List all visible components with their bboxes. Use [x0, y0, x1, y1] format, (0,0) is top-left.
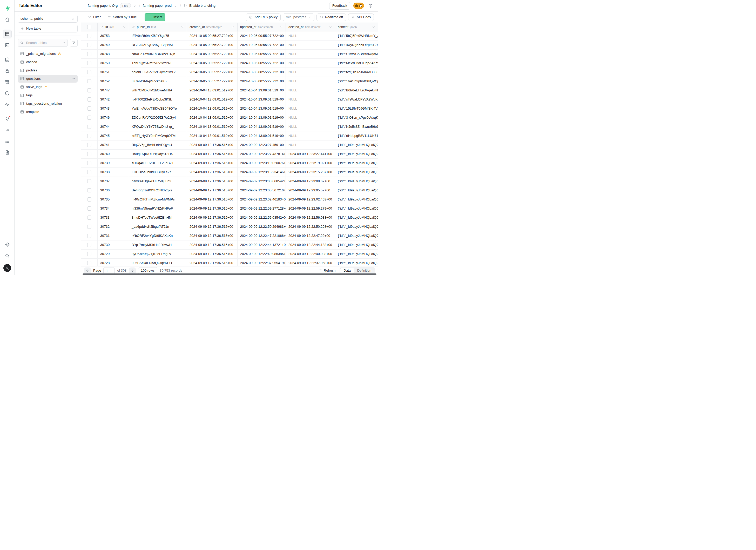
help-button[interactable] — [367, 2, 374, 9]
cell-updated_at[interactable]: 2024-09-09 12:22:40.986386+00 — [238, 250, 286, 258]
cell-public_id[interactable]: RiqOV6p_5wihLeIAEQyhU — [129, 140, 187, 149]
cell-content[interactable]: {"id":"MeWCriorTPopA4Kc9 — [335, 59, 378, 68]
sort-button[interactable]: Sorted by 1 rule — [105, 13, 139, 21]
cell-deleted_at[interactable]: 2024-09-09 12:22:59.279+00 — [286, 204, 335, 213]
cell-id[interactable]: 30749 — [98, 41, 129, 49]
column-header-created_at[interactable]: created_attimestamptz — [187, 23, 238, 31]
rail-item-sql-editor[interactable] — [3, 41, 12, 50]
cell-public_id[interactable]: vrlh7CMD-JtM1bOweMHfA — [129, 86, 187, 95]
cell-content[interactable]: {"id":"_Id9aLyJpMHQLaiQC — [335, 140, 378, 149]
cell-created_at[interactable]: 2024-09-09 12:17:36.515+00 — [187, 159, 238, 167]
cell-created_at[interactable]: 2024-09-09 12:17:36.515+00 — [187, 240, 238, 249]
cell-updated_at[interactable]: 2024-09-09 12:23:19.020076+00 — [238, 159, 286, 167]
cell-deleted_at[interactable]: NULL — [286, 59, 335, 68]
cell-id[interactable]: 30736 — [98, 186, 129, 195]
cell-id[interactable]: 30750 — [98, 59, 129, 68]
cell-id[interactable]: 30737 — [98, 177, 129, 186]
column-menu-icon[interactable] — [279, 25, 283, 29]
cell-updated_at[interactable]: 2024-10-05 00:55:27.722+00 — [238, 31, 286, 40]
cell-public_id[interactable]: xrETI_HyGY0mPMGVqtOTM — [129, 131, 187, 140]
add-rls-policy-button[interactable]: Add RLS policy — [246, 14, 281, 21]
tab-data[interactable]: Data — [340, 268, 354, 274]
cell-updated_at[interactable]: 2024-10-05 00:55:27.722+00 — [238, 50, 286, 58]
cell-created_at[interactable]: 2024-09-09 12:17:36.515+00 — [187, 168, 238, 177]
cell-id[interactable]: 30741 — [98, 140, 129, 149]
row-checkbox[interactable] — [81, 68, 98, 77]
cell-content[interactable]: {"id":"_Id9aLyJpMHQLaiQC — [335, 250, 378, 258]
pagination-next-button[interactable] — [129, 267, 136, 274]
cell-id[interactable]: 30745 — [98, 131, 129, 140]
column-header-id[interactable]: idint8 — [98, 23, 129, 31]
role-selector[interactable]: role postgres — [283, 14, 314, 21]
cell-deleted_at[interactable]: 2024-09-09 12:23:19.021+00 — [286, 159, 335, 167]
sidebar-table-profiles[interactable]: profiles — [18, 66, 78, 74]
cell-public_id[interactable]: 8KraI-tSI-6-pSZcknaK5 — [129, 77, 187, 86]
cell-public_id[interactable]: 0L5BAfDaLDl5rQOiqeKPO — [129, 259, 187, 266]
cell-content[interactable]: {"id":"_Id9aLyJpMHQLaiQC — [335, 195, 378, 204]
column-menu-icon[interactable] — [180, 25, 184, 29]
column-header-deleted_at[interactable]: deleted_attimestamptz — [286, 23, 335, 31]
cell-id[interactable]: 30728 — [98, 259, 129, 266]
cell-deleted_at[interactable]: NULL — [286, 104, 335, 113]
cell-public_id[interactable]: nbMhHL3AP7OcCJymc2wT2 — [129, 68, 187, 77]
row-checkbox[interactable] — [81, 50, 98, 58]
cell-content[interactable]: {"id":"_Id9aLyJpMHQLaiQC — [335, 186, 378, 195]
cell-public_id[interactable]: _l40sQIRTmMZfcm-MWMPs — [129, 195, 187, 204]
sidebar-table-template[interactable]: template — [18, 108, 78, 116]
column-menu-icon[interactable] — [329, 25, 332, 29]
cell-public_id[interactable]: rYbORF2e4YgDt9fKAXaKn — [129, 231, 187, 240]
cell-deleted_at[interactable]: NULL — [286, 95, 335, 104]
cell-content[interactable]: {"id":"_Id9aLyJpMHQLaiQC — [335, 150, 378, 158]
row-checkbox[interactable] — [81, 77, 98, 86]
cell-deleted_at[interactable]: NULL — [286, 122, 335, 131]
row-checkbox[interactable] — [81, 59, 98, 68]
column-header-updated_at[interactable]: updated_attimestamptz — [238, 23, 286, 31]
cell-content[interactable]: {"id":"_Id9aLyJpMHQLaiQC — [335, 259, 378, 266]
row-checkbox[interactable] — [81, 150, 98, 158]
rail-item-storage[interactable] — [3, 78, 12, 86]
rail-item-search[interactable] — [3, 251, 12, 260]
cell-content[interactable]: {"id":"rtHbLpgB8V11LUK715 — [335, 131, 378, 140]
cell-id[interactable]: 30742 — [98, 95, 129, 104]
cell-created_at[interactable]: 2024-10-04 13:09:01.519+00 — [187, 113, 238, 122]
cell-id[interactable]: 30739 — [98, 159, 129, 167]
cell-public_id[interactable]: 1hnRQjxSRm2V0VticY2NF — [129, 59, 187, 68]
cell-public_id[interactable]: 8yUKotr9qGYjK2eFRhgLv — [129, 250, 187, 258]
api-docs-button[interactable]: API Docs — [348, 14, 374, 21]
row-checkbox[interactable] — [81, 104, 98, 113]
cell-id[interactable]: 30738 — [98, 168, 129, 177]
cell-updated_at[interactable]: 2024-09-09 12:23:08.668542+00 — [238, 177, 286, 186]
cell-updated_at[interactable]: 2024-10-04 13:09:01.519+00 — [238, 86, 286, 95]
cell-public_id[interactable]: H5uqFKpRUTPkjxdysT3HS — [129, 150, 187, 158]
cell-updated_at[interactable]: 2024-10-04 13:09:01.519+00 — [238, 122, 286, 131]
cell-public_id[interactable]: XPQwDIqY6Y75SwDnU-qr_ — [129, 122, 187, 131]
horizontal-scrollbar[interactable] — [83, 273, 376, 275]
cell-content[interactable]: {"id":"15LSIyT0JGMf3Kl4Vn — [335, 104, 378, 113]
cell-updated_at[interactable]: 2024-09-09 12:22:59.277128+00 — [238, 204, 286, 213]
row-checkbox[interactable] — [81, 113, 98, 122]
sidebar-table-tags[interactable]: tags — [18, 91, 78, 99]
cell-id[interactable]: 30752 — [98, 77, 129, 86]
cell-deleted_at[interactable]: NULL — [286, 131, 335, 140]
column-menu-icon[interactable] — [372, 25, 375, 29]
cell-content[interactable]: {"id":"_Id9aLyJpMHQLaiQC — [335, 159, 378, 167]
cell-deleted_at[interactable]: NULL — [286, 77, 335, 86]
search-tables-box[interactable] — [18, 39, 68, 47]
cell-deleted_at[interactable]: NULL — [286, 31, 335, 40]
cell-created_at[interactable]: 2024-09-09 12:17:36.515+00 — [187, 204, 238, 213]
cell-id[interactable]: 30733 — [98, 213, 129, 222]
sidebar-table-_prisma_migrations[interactable]: _prisma_migrations — [18, 50, 78, 58]
cell-updated_at[interactable]: 2024-09-09 12:22:56.03542+00 — [238, 213, 286, 222]
refresh-button[interactable]: Refresh — [317, 267, 337, 274]
cell-created_at[interactable]: 2024-10-04 13:09:01.519+00 — [187, 104, 238, 113]
cell-updated_at[interactable]: 2024-09-09 12:22:50.294983+00 — [238, 222, 286, 231]
cell-deleted_at[interactable]: 2024-09-09 12:23:15.237+00 — [286, 168, 335, 177]
filter-tables-button[interactable] — [70, 39, 78, 47]
cell-deleted_at[interactable]: 2024-09-09 12:23:08.67+00 — [286, 177, 335, 186]
cell-deleted_at[interactable]: NULL — [286, 86, 335, 95]
cell-created_at[interactable]: 2024-09-09 12:17:36.515+00 — [187, 250, 238, 258]
cell-deleted_at[interactable]: 2024-09-09 12:23:02.463+00 — [286, 195, 335, 204]
cell-id[interactable]: 30753 — [98, 31, 129, 40]
cell-deleted_at[interactable]: NULL — [286, 140, 335, 149]
cell-updated_at[interactable]: 2024-10-05 00:55:27.722+00 — [238, 77, 286, 86]
